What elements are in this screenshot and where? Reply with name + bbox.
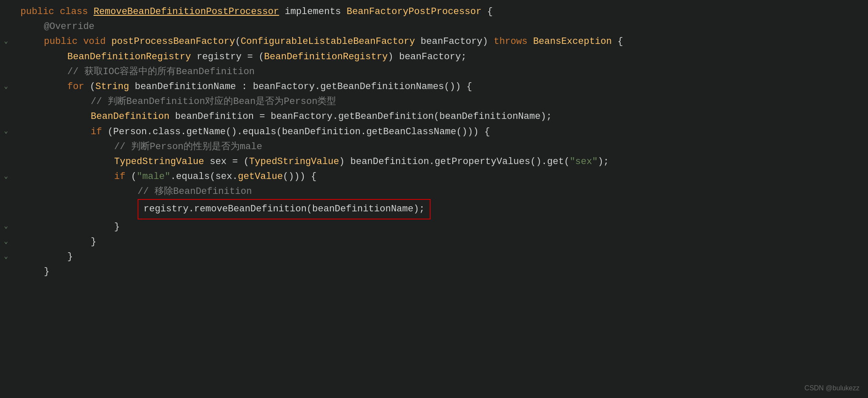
- token: beanFactory): [415, 36, 494, 47]
- code-line-12: TypedStringValue sex = (TypedStringValue…: [0, 154, 868, 169]
- token: beanDefinition = beanFactory.getBeanDefi…: [170, 111, 552, 122]
- token: (: [90, 81, 95, 92]
- gutter-9: [0, 109, 12, 124]
- code-line-8: // 判断BeanDefinition对应的Bean是否为Person类型: [0, 94, 868, 109]
- highlighted-code-box: registry.removeBeanDefinition(beanDefini…: [138, 199, 431, 219]
- code-lines: public class RemoveBeanDefinitionPostPro…: [0, 4, 868, 279]
- code-content-1: public class RemoveBeanDefinitionPostPro…: [12, 4, 868, 19]
- gutter-1: [0, 4, 12, 19]
- token: }: [67, 251, 73, 262]
- gutter-6: [0, 64, 12, 79]
- code-line-16: ⌄}: [0, 219, 868, 234]
- token: BeanFactoryPostProcessor: [347, 6, 482, 17]
- gutter-14: [0, 184, 12, 199]
- gutter-5: [0, 49, 12, 64]
- token: }: [44, 266, 49, 277]
- gutter-22: [0, 264, 12, 279]
- gutter-7: ⌄: [0, 79, 12, 94]
- code-content-11: // 判断Person的性别是否为male: [12, 139, 868, 154]
- token: TypedStringValue: [249, 156, 339, 167]
- code-line-15: registry.removeBeanDefinition(beanDefini…: [0, 199, 868, 219]
- token: );: [598, 156, 609, 167]
- code-content-12: TypedStringValue sex = (TypedStringValue…: [12, 154, 868, 169]
- token: getValue: [238, 171, 283, 182]
- token: sex = (: [204, 156, 249, 167]
- token: {: [482, 6, 493, 17]
- code-content-16: }: [12, 219, 868, 234]
- code-content-4: public void postProcessBeanFactory(Confi…: [12, 34, 868, 49]
- code-line-5: BeanDefinitionRegistry registry = (BeanD…: [0, 49, 868, 64]
- code-content-15: registry.removeBeanDefinition(beanDefini…: [12, 199, 868, 219]
- token: BeanDefinitionRegistry: [264, 52, 388, 62]
- token: BeanDefinition: [91, 111, 170, 122]
- token: TypedStringValue: [114, 156, 204, 167]
- code-content-14: // 移除BeanDefinition: [12, 184, 868, 199]
- gutter-13: ⌄: [0, 169, 12, 184]
- token: beanDefinitionName : beanFactory.getBean…: [129, 81, 472, 92]
- token: ())) {: [283, 171, 316, 182]
- code-content-18: }: [12, 234, 868, 249]
- token: class: [60, 6, 93, 17]
- token: if: [114, 171, 131, 182]
- token: // 判断Person的性别是否为male: [114, 141, 262, 152]
- token: if: [91, 127, 108, 137]
- code-content-8: // 判断BeanDefinition对应的Bean是否为Person类型: [12, 94, 868, 109]
- code-line-11: // 判断Person的性别是否为male: [0, 139, 868, 154]
- code-content-5: BeanDefinitionRegistry registry = (BeanD…: [12, 49, 868, 64]
- code-line-4: ⌄public void postProcessBeanFactory(Conf…: [0, 34, 868, 49]
- code-editor: public class RemoveBeanDefinitionPostPro…: [0, 0, 868, 398]
- code-line-22: }: [0, 264, 868, 279]
- gutter-4: ⌄: [0, 34, 12, 49]
- gutter-3: [0, 19, 12, 34]
- token: ) beanFactory;: [388, 52, 467, 62]
- token: implements: [279, 6, 346, 17]
- code-content-9: BeanDefinition beanDefinition = beanFact…: [12, 109, 868, 124]
- token: ConfigurableListableBeanFactory: [241, 36, 415, 47]
- token: "male": [137, 171, 170, 182]
- token: BeanDefinitionRegistry: [67, 52, 191, 62]
- gutter-18: ⌄: [0, 234, 12, 249]
- gutter-11: [0, 139, 12, 154]
- code-line-6: // 获取IOC容器中的所有BeanDefinition: [0, 64, 868, 79]
- token: ) beanDefinition.getPropertyValues().get…: [339, 156, 569, 167]
- token: }: [91, 236, 96, 247]
- code-content-3: @Override: [12, 19, 868, 34]
- gutter-12: [0, 154, 12, 169]
- gutter-10: ⌄: [0, 124, 12, 139]
- token: throws: [494, 36, 533, 47]
- token: (Person.class.getName().equals(beanDefin…: [108, 127, 490, 137]
- code-line-3: @Override: [0, 19, 868, 34]
- code-content-10: if (Person.class.getName().equals(beanDe…: [12, 124, 868, 139]
- code-line-18: ⌄}: [0, 234, 868, 249]
- token: // 获取IOC容器中的所有BeanDefinition: [67, 66, 255, 77]
- token: public: [20, 6, 60, 17]
- token: void: [83, 36, 111, 47]
- token: (: [131, 171, 137, 182]
- token: "sex": [569, 156, 598, 167]
- token: public: [44, 36, 83, 47]
- token: }: [114, 222, 120, 232]
- token: // 判断BeanDefinition对应的Bean是否为Person类型: [91, 96, 336, 107]
- code-line-1: public class RemoveBeanDefinitionPostPro…: [0, 4, 868, 19]
- code-line-20: ⌄}: [0, 249, 868, 264]
- token: String: [95, 81, 129, 92]
- code-content-22: }: [12, 264, 868, 279]
- code-line-7: ⌄for (String beanDefinitionName : beanFa…: [0, 79, 868, 94]
- code-line-9: BeanDefinition beanDefinition = beanFact…: [0, 109, 868, 124]
- code-content-13: if ("male".equals(sex.getValue())) {: [12, 169, 868, 184]
- token: registry.removeBeanDefinition(beanDefini…: [144, 204, 425, 214]
- token: postProcessBeanFactory: [111, 36, 235, 47]
- token: RemoveBeanDefinitionPostProcessor: [94, 6, 279, 17]
- token: (: [235, 36, 241, 47]
- code-line-13: ⌄if ("male".equals(sex.getValue())) {: [0, 169, 868, 184]
- gutter-8: [0, 94, 12, 109]
- token: for: [67, 81, 90, 92]
- token: @Override: [44, 21, 95, 32]
- token: // 移除BeanDefinition: [138, 186, 252, 197]
- code-line-14: // 移除BeanDefinition: [0, 184, 868, 199]
- code-content-6: // 获取IOC容器中的所有BeanDefinition: [12, 64, 868, 79]
- gutter-16: ⌄: [0, 219, 12, 234]
- token: BeansException: [533, 36, 612, 47]
- token: registry = (: [191, 52, 264, 62]
- code-content-7: for (String beanDefinitionName : beanFac…: [12, 79, 868, 94]
